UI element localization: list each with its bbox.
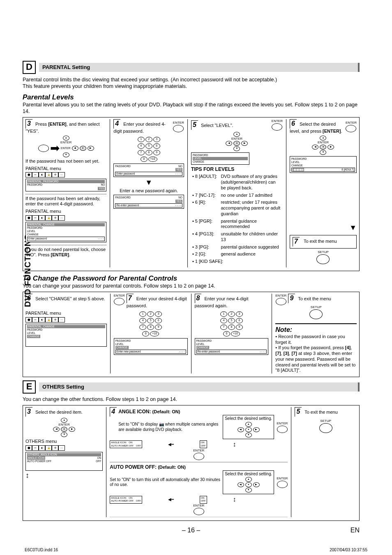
step-number: 6	[25, 294, 32, 303]
keypad-icon: 123 456 789 0+10	[195, 311, 269, 337]
label: ENTER	[272, 119, 283, 123]
osd-row: AUTO POWER OFF	[111, 444, 134, 448]
text: Select the desired setting.	[225, 416, 272, 421]
enter-button-icon	[346, 125, 356, 132]
osd-tabs-icon: ⬤▭◐🔒⚙⋯	[25, 444, 103, 451]
osd-panel: PARENTAL_PASSWORD PASSWORDNO YES	[25, 179, 106, 191]
osd-row: YES	[175, 200, 182, 203]
osd-panel: PASSWORD LEVEL CHANGE	[191, 152, 249, 165]
enter-button-icon	[194, 453, 204, 460]
text: Enter a new password again.	[113, 188, 184, 194]
osd-row: - - - -	[98, 237, 104, 240]
step-4o: 4 ANGLE ICON: (Default: ON) Set to "ON" …	[106, 407, 288, 517]
tiny-osd: ON OFF	[200, 440, 207, 448]
step-7c: ENTER 7 Enter your desired 4-digit passw…	[110, 294, 188, 373]
text: Select the desired item.	[35, 410, 83, 415]
label: ENTER	[114, 294, 125, 298]
enter-button-icon	[173, 125, 184, 132]
setting-body: Set to "ON" to display 📷 when multiple c…	[118, 422, 220, 432]
tiny-osd: ANGLE ICONON AUTO POWER OFFOFF	[110, 496, 142, 504]
note-heading: Note:	[275, 326, 357, 334]
step-number: 3	[25, 119, 32, 129]
text: • If you forget the password, press	[275, 345, 345, 350]
divider	[25, 194, 106, 194]
osd-row: PASSWORD	[193, 154, 248, 157]
tiny-osd: ANGLE ICONON AUTO POWER OFFOFF	[110, 440, 142, 448]
osd-head: PARENTAL_PASSWORD	[27, 180, 105, 183]
osd-head: PARENTAL_CHANGE	[27, 223, 105, 226]
osd-row: - - - -	[175, 172, 181, 175]
osd-panel: PASSWORD NO YES Re-enter password - - - …	[113, 195, 184, 208]
step-6-7: 6 Select the desired level, and press [E…	[286, 119, 357, 267]
select-setting-box: Select the desired setting. ▲ ◀●▶ ▼	[223, 470, 274, 495]
nav-pad-icon: ▲ ENTER ◀●▶ ▼	[25, 418, 103, 437]
osd-row: - - - -	[175, 204, 181, 207]
enter-button-icon	[276, 298, 286, 305]
auto-power-off-setting: AUTO POWER OFF: (Default: ON) Set to "ON…	[110, 462, 288, 518]
arrow-left-icon: ◀━	[168, 442, 174, 447]
keypad-icon: 123 456 789 0+10	[114, 311, 188, 337]
osd-row: AUTO POWER OFF	[111, 500, 134, 503]
text: ,	[350, 345, 352, 350]
osd-row: ANGLE ICON	[27, 456, 45, 460]
osd-row: CHANGE	[291, 164, 355, 167]
change-password-intro: You can change your password for parenta…	[23, 283, 360, 289]
osd-row: CHANGE	[27, 335, 40, 338]
osd-row: 8 [ADULT]	[341, 168, 354, 171]
osd-row: OFF	[136, 500, 141, 503]
tip-desc: DVD software of any grades (adult/genera…	[220, 173, 282, 191]
setting-title: ANGLE ICON:	[118, 409, 151, 415]
osd-row: OFF	[96, 460, 101, 463]
tip-desc: parental guidance recommended	[220, 218, 282, 230]
osd-tabs-icon: ⬤▭◐🔒⚙⋯	[25, 171, 106, 177]
arrow-left-icon: ◀━	[168, 497, 174, 502]
osd-row: PASSWORD	[115, 196, 130, 199]
osd-row: AUTO POWER OFF	[27, 460, 51, 463]
label: ENTER	[290, 141, 357, 144]
label: ENTER	[346, 121, 357, 125]
page-content: D PARENTAL Setting Parental control limi…	[23, 16, 360, 534]
change-password-heading: To Change the Password for Parental Cont…	[23, 274, 360, 283]
text: This feature prevents your children from…	[23, 83, 187, 89]
tips-for-levels: TIPS FOR LEVELS • 8 [ADULT]:DVD software…	[191, 166, 283, 267]
step-number: 9	[288, 294, 295, 303]
arrow-right-icon: ➡	[50, 145, 60, 151]
text: Press	[35, 122, 48, 127]
section-title-E: OTHERS Setting	[39, 382, 360, 391]
setup-button-icon	[309, 309, 323, 319]
osd-row: LEVEL	[27, 230, 105, 233]
text: [ENTER]	[51, 252, 69, 257]
note-box: Note: • Record the password in case you …	[275, 323, 357, 373]
parental-levels-heading: Parental Levels	[23, 93, 360, 101]
osd-row: ON	[201, 497, 205, 499]
label: ENTER	[61, 147, 71, 150]
osd-panel: PASSWORD LEVEL CHANGE Enter new password…	[114, 338, 188, 355]
enter-button-icon	[272, 123, 282, 131]
step-3: 3 Press [ENTER], and then select "YES". …	[25, 119, 106, 267]
label: SETUP	[295, 419, 357, 423]
enter-button-icon	[114, 298, 125, 305]
text: Enter your desired 4-digit password.	[127, 296, 187, 308]
osd-row: ON	[129, 441, 132, 444]
setting-default: (Default: ON)	[152, 409, 180, 414]
osd-row: LEVEL	[115, 343, 186, 346]
osd-panel: OTHERS_ANGLE ICON ANGLE ICONON AUTO POWE…	[25, 452, 103, 471]
arrow-down-icon: ▼	[113, 178, 184, 187]
section-title-D: PARENTAL Setting	[39, 63, 360, 72]
menu-label: PARENTAL menu	[25, 166, 106, 172]
step-5o: 5 To exit the menu SETUP	[291, 407, 357, 517]
text: Parental control limits the disc viewing…	[23, 77, 277, 83]
nav-pad-icon: ▲ ENTER ◀●▶ ▼	[191, 132, 283, 151]
step-4: 4 Enter your desired 4-digit password. E…	[110, 119, 184, 267]
osd-row: ANGLE ICON	[111, 497, 126, 500]
tip-desc: unsuitable for children under 13	[220, 231, 282, 243]
osd-row: CHANGE	[193, 160, 248, 164]
setup-button-icon	[316, 254, 330, 264]
enter-button-icon	[277, 426, 288, 433]
footer-left: E6C0TUD.indd 16	[25, 548, 58, 552]
step-7-exit: 7 To exit the menu	[290, 235, 357, 249]
osd-row: NO	[178, 165, 182, 168]
text: If the password has been set already, en…	[25, 196, 106, 207]
step-number: 3	[25, 407, 32, 417]
label: ENTER	[110, 449, 288, 453]
